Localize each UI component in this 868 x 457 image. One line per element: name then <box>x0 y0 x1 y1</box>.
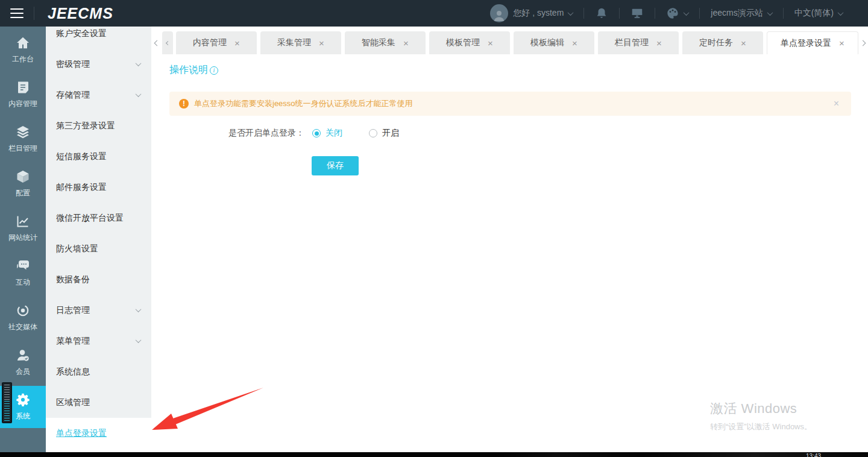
user-icon <box>492 8 506 22</box>
avatar <box>490 4 508 22</box>
radio-label: 开启 <box>382 128 399 139</box>
sidebar-item-label: 网站统计 <box>8 233 37 243</box>
chevron-down-icon <box>767 10 773 16</box>
sidebar-item-label: 社交媒体 <box>8 322 37 332</box>
submenu-item-label: 菜单管理 <box>56 336 90 347</box>
site-preview-button[interactable] <box>631 7 644 20</box>
save-button[interactable]: 保存 <box>312 156 359 175</box>
submenu-item[interactable]: 菜单管理 <box>46 326 151 356</box>
radio-option[interactable]: 开启 <box>369 128 399 139</box>
submenu-item[interactable]: 系统信息 <box>46 356 151 387</box>
sidebar-item[interactable]: 配置 <box>0 163 46 205</box>
submenu-item[interactable]: 第三方登录设置 <box>46 110 151 141</box>
topbar: JEECMS 您好 , system <box>0 0 868 27</box>
menu-toggle-button[interactable] <box>0 0 34 27</box>
user-menu[interactable]: 您好 , system <box>490 4 573 22</box>
close-icon[interactable] <box>403 39 409 48</box>
close-icon[interactable] <box>656 39 662 48</box>
submenu-item[interactable]: 数据备份 <box>46 264 151 295</box>
monitor-icon <box>631 7 644 20</box>
close-icon[interactable] <box>839 39 844 48</box>
sidebar-item[interactable]: 工作台 <box>0 29 46 71</box>
tab[interactable]: 内容管理 <box>176 31 257 54</box>
sidebar-item[interactable]: 栏目管理 <box>0 118 46 160</box>
notifications-button[interactable] <box>595 7 608 20</box>
chevron-down-icon <box>136 337 142 343</box>
sidebar-item[interactable]: 互动 <box>0 252 46 294</box>
layers-icon <box>16 125 30 139</box>
chat-icon <box>16 259 30 273</box>
tab[interactable]: 智能采集 <box>345 31 426 54</box>
home-icon <box>16 36 30 50</box>
tab-overflow-fragment[interactable] <box>162 31 173 54</box>
cube-icon <box>16 169 30 184</box>
submenu-item[interactable]: 区域管理 <box>46 387 151 418</box>
tab[interactable]: 采集管理 <box>260 31 341 54</box>
submenu-item-label: 密级管理 <box>56 59 90 70</box>
submenu-item-label: 系统信息 <box>56 367 90 377</box>
site-name: jeecms演示站 <box>711 8 763 19</box>
chevron-left-icon <box>154 40 160 46</box>
chevron-down-icon <box>838 10 844 16</box>
gear-icon <box>16 392 30 407</box>
language-label: 中文(简体) <box>794 8 834 19</box>
close-icon[interactable] <box>572 39 577 48</box>
submenu-item[interactable]: 防火墙设置 <box>46 233 151 264</box>
tab-label: 模板编辑 <box>530 37 564 48</box>
warning-icon <box>179 99 189 109</box>
submenu-item[interactable]: 密级管理 <box>46 49 151 80</box>
close-icon[interactable] <box>834 98 839 109</box>
submenu-item-label: 邮件服务设置 <box>56 182 107 193</box>
tab[interactable]: 单点登录设置 <box>767 31 858 54</box>
submenu-item-label: 防火墙设置 <box>56 244 98 254</box>
tab-label: 采集管理 <box>277 37 311 48</box>
site-selector[interactable]: jeecms演示站 <box>711 8 772 19</box>
close-icon[interactable] <box>741 39 746 48</box>
tab[interactable]: 模板编辑 <box>514 31 594 54</box>
close-icon[interactable] <box>488 39 493 48</box>
submenu-item-label: 第三方登录设置 <box>56 121 115 131</box>
language-selector[interactable]: 中文(简体) <box>794 8 843 19</box>
close-icon[interactable] <box>319 39 324 48</box>
tab-list: 内容管理 采集管理 智能采集 模板管理 模板编辑 栏目管理 <box>176 31 862 54</box>
member-icon <box>16 348 30 362</box>
hamburger-icon <box>10 13 24 14</box>
tab-label: 内容管理 <box>193 37 227 48</box>
tab-scroll-left-button[interactable] <box>153 31 161 54</box>
submenu-item[interactable]: 单点登录设置 <box>46 418 151 449</box>
submenu-item[interactable]: 存储管理 <box>46 80 151 110</box>
submenu-item[interactable]: 短信服务设置 <box>46 141 151 172</box>
tab-label: 单点登录设置 <box>781 38 831 49</box>
radio-label: 关闭 <box>326 128 342 139</box>
user-greeting: 您好 , system <box>513 8 564 19</box>
chart-icon <box>16 214 30 228</box>
chevron-down-icon <box>136 306 142 312</box>
submenu-item-label: 账户安全设置 <box>56 28 107 39</box>
tab[interactable]: 定时任务 <box>682 31 763 54</box>
chevron-down-icon <box>568 10 574 16</box>
sidebar-item-label: 会员 <box>16 367 30 377</box>
close-icon[interactable] <box>234 39 240 48</box>
submenu-item[interactable]: 账户安全设置 <box>46 27 151 49</box>
radio-option[interactable]: 关闭 <box>312 128 342 139</box>
tab[interactable]: 模板管理 <box>429 31 510 54</box>
topbar-divider <box>655 8 655 19</box>
sidebar-scrollbar[interactable] <box>2 382 12 423</box>
sidebar-item[interactable]: 会员 <box>0 341 46 383</box>
warning-text: 单点登录功能需要安装jeesso统一身份认证系统后才能正常使用 <box>194 98 413 109</box>
submenu-item[interactable]: 邮件服务设置 <box>46 172 151 203</box>
submenu-item[interactable]: 日志管理 <box>46 295 151 326</box>
sidebar-item[interactable]: 网站统计 <box>0 207 46 250</box>
radio-icon <box>312 129 321 137</box>
document-icon <box>16 80 30 95</box>
tab[interactable]: 栏目管理 <box>598 31 679 54</box>
tab-bar: 内容管理 采集管理 智能采集 模板管理 模板编辑 栏目管理 <box>151 27 868 54</box>
tab-scroll-right-button[interactable] <box>858 31 867 54</box>
sidebar-item-label: 内容管理 <box>8 99 37 109</box>
submenu-item-label: 微信开放平台设置 <box>56 213 124 224</box>
sidebar-item[interactable]: 内容管理 <box>0 74 46 116</box>
operation-help-link[interactable]: 操作说明 <box>169 64 218 77</box>
sidebar-item[interactable]: 社交媒体 <box>0 297 46 339</box>
theme-menu[interactable] <box>666 7 688 20</box>
submenu-item[interactable]: 微信开放平台设置 <box>46 203 151 233</box>
